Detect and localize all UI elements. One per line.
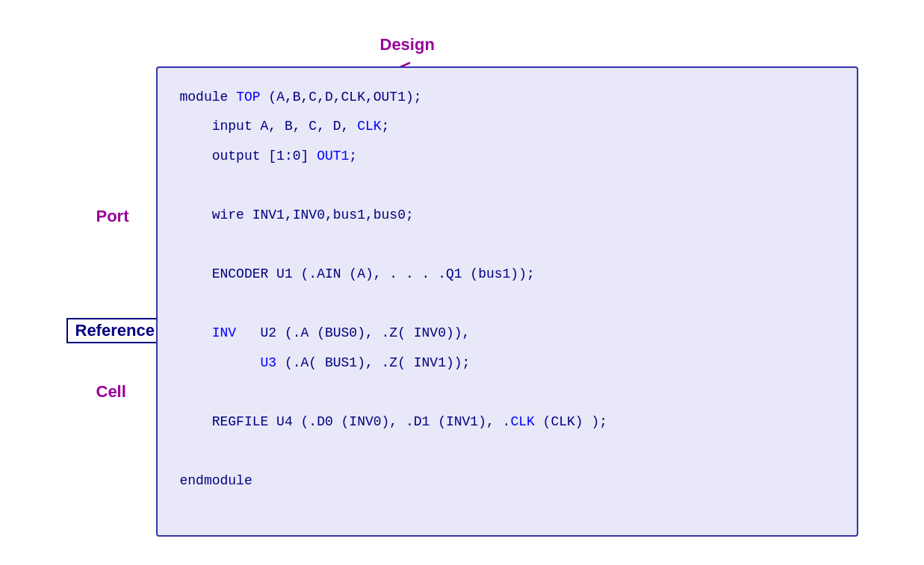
design-label: Design <box>380 35 435 54</box>
port-label: Port <box>96 207 129 226</box>
code-line-5: wire INV1,INV0,bus1,bus0; <box>180 201 834 231</box>
top-keyword: TOP <box>236 90 260 104</box>
code-line-9: INV U2 (.A (BUS0), .Z( INV0)), <box>180 319 834 349</box>
code-line-10: U3 (.A( BUS1), .Z( INV1)); <box>180 349 834 378</box>
code-line-6 <box>180 230 834 260</box>
reference-label: Reference <box>66 318 164 343</box>
code-line-3: output [1:0] OUT1; <box>180 142 834 172</box>
code-line-13 <box>180 437 834 467</box>
clk-input: CLK <box>357 119 381 134</box>
inv-ref: INV <box>212 325 236 340</box>
out1-keyword: OUT1 <box>317 149 349 163</box>
code-line-12: REGFILE U4 (.D0 (INV0), .D1 (INV1), .CLK… <box>180 408 834 437</box>
code-line-14: endmodule <box>180 466 834 496</box>
u3-cell: U3 <box>261 355 277 370</box>
code-line-7: ENCODER U1 (.AIN (A), . . . .Q1 (bus1)); <box>180 260 834 290</box>
cell-label: Cell <box>96 382 126 402</box>
code-line-1: module TOP (A,B,C,D,CLK,OUT1); <box>180 83 834 113</box>
code-line-11 <box>180 378 834 408</box>
diagram-container: Design Clock Port Net Reference Cell Pin… <box>52 22 873 544</box>
code-content: module TOP (A,B,C,D,CLK,OUT1); input A, … <box>180 83 834 496</box>
code-line-2: input A, B, C, D, CLK; <box>180 112 834 142</box>
code-line-8 <box>180 290 834 319</box>
code-box: module TOP (A,B,C,D,CLK,OUT1); input A, … <box>156 66 858 537</box>
code-line-4 <box>180 171 834 201</box>
clk-pin: CLK <box>510 414 534 429</box>
